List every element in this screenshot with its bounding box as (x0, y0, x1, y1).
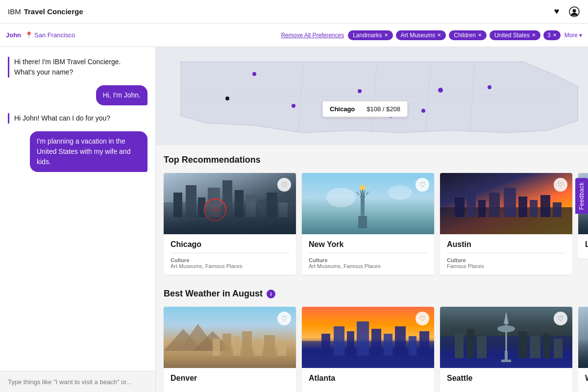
svg-point-37 (388, 185, 412, 200)
svg-rect-15 (235, 190, 244, 217)
denver-svg (164, 307, 296, 368)
chicago-skyline-svg (164, 173, 296, 234)
svg-rect-40 (455, 197, 465, 217)
remove-all-preferences-link[interactable]: Remove All Preferences (281, 32, 344, 39)
chevron-down-icon: ▾ (579, 32, 582, 39)
svg-rect-63 (334, 326, 344, 356)
card-atlanta: ♡ (302, 307, 434, 392)
filter-tag-united-states-label: United States (494, 32, 530, 39)
map-dot-northeast[interactable] (488, 85, 491, 89)
svg-line-31 (360, 190, 361, 194)
card-austin-tags: Famous Places (447, 263, 565, 269)
filter-bar: John 📍 San Francisco Remove All Preferen… (0, 24, 588, 47)
filter-tag-landmarks[interactable]: Landmarks ✕ (348, 30, 392, 40)
svg-rect-81 (518, 331, 527, 358)
filter-tags: Landmarks ✕ Art Museums ✕ Children ✕ Uni… (348, 30, 561, 40)
svg-rect-62 (321, 334, 330, 356)
card-was-body: Was... (578, 368, 588, 392)
filter-location: 📍 San Francisco (25, 31, 75, 39)
chat-bubble-user-1: Hi, I'm John. (96, 85, 147, 105)
card-was-image: ♡ (578, 307, 588, 368)
more-button[interactable]: More ▾ (564, 32, 582, 39)
filter-tag-united-states-close[interactable]: ✕ (532, 32, 536, 38)
chat-message-user-1: Hi, I'm John. (8, 85, 147, 105)
svg-rect-14 (222, 180, 232, 217)
svg-point-1 (573, 9, 576, 12)
map-dot-chicago[interactable] (438, 88, 443, 93)
map-dot-northwest[interactable] (252, 72, 256, 76)
svg-rect-80 (477, 336, 487, 358)
card-chicago-heart[interactable]: ♡ (277, 178, 291, 192)
filter-tag-extra-count-label: 3 (547, 32, 551, 39)
card-chicago-body: Chicago Culture Art Museums, Famous Plac… (164, 234, 296, 275)
user-avatar-icon[interactable] (568, 6, 580, 18)
svg-line-30 (357, 192, 359, 195)
svg-line-33 (364, 190, 365, 194)
filter-tag-art-museums[interactable]: Art Museums ✕ (396, 30, 446, 40)
feedback-tab[interactable]: Feedback (575, 178, 588, 214)
svg-rect-57 (254, 339, 262, 356)
filter-user: John (6, 31, 21, 39)
filter-tag-landmarks-close[interactable]: ✕ (384, 32, 388, 38)
chat-message-bot-2: Hi John! What can I do for you? (8, 113, 147, 123)
filter-tag-landmarks-label: Landmarks (353, 32, 382, 39)
card-newyork: ♡ (302, 173, 434, 275)
svg-rect-65 (357, 321, 369, 356)
card-seattle-body: Seattle (440, 368, 572, 392)
card-partial-washington: ♡ Was... (578, 307, 588, 392)
header: IBM Travel Concierge ♥ (0, 0, 588, 24)
svg-rect-58 (264, 335, 275, 356)
heart-icon[interactable]: ♥ (551, 6, 563, 18)
map-tooltip: Chicago $108 / $208 (322, 101, 408, 117)
svg-rect-18 (267, 193, 277, 217)
map-svg (156, 47, 588, 145)
filter-tag-children-label: Children (454, 32, 476, 39)
svg-rect-69 (409, 336, 416, 356)
card-chicago-image: ♡ (164, 173, 296, 234)
svg-rect-59 (277, 340, 286, 356)
svg-rect-79 (467, 329, 474, 358)
filter-tag-extra-count[interactable]: 3 ✕ (543, 30, 561, 40)
best-weather-cards: ♡ (164, 307, 580, 392)
svg-rect-66 (371, 329, 381, 356)
card-newyork-body: New York Culture Art Museums, Famous Pla… (302, 234, 434, 275)
map-dot-southwest[interactable] (292, 104, 295, 108)
filter-location-label: San Francisco (34, 31, 75, 39)
card-seattle-image: ♡ (440, 307, 572, 368)
svg-rect-42 (478, 200, 486, 217)
map-dot-central-west[interactable] (358, 89, 362, 93)
filter-tag-children-close[interactable]: ✕ (478, 32, 482, 38)
svg-rect-9 (164, 202, 296, 234)
svg-rect-83 (543, 334, 551, 358)
card-seattle-heart[interactable]: ♡ (554, 312, 567, 325)
card-newyork-image: ♡ (302, 173, 434, 234)
filter-tag-extra-close[interactable]: ✕ (553, 32, 557, 38)
map-dot-midwest-south[interactable] (421, 109, 425, 113)
card-newyork-heart[interactable]: ♡ (416, 178, 429, 192)
chat-input-area[interactable] (0, 371, 155, 392)
card-newyork-category: Culture (309, 257, 427, 263)
card-los-body: Los... (578, 234, 588, 259)
svg-point-36 (326, 188, 356, 207)
svg-rect-77 (501, 360, 511, 362)
card-atlanta-heart[interactable]: ♡ (416, 312, 429, 325)
filter-tag-children[interactable]: Children ✕ (449, 30, 487, 40)
svg-rect-53 (213, 339, 220, 356)
chat-input[interactable] (8, 378, 147, 386)
card-denver-body: Denver (164, 368, 296, 392)
card-chicago-category: Culture (171, 257, 289, 263)
card-denver-heart[interactable]: ♡ (277, 312, 291, 325)
filter-tag-united-states[interactable]: United States ✕ (490, 30, 540, 40)
card-was-city: Was... (585, 374, 588, 383)
svg-rect-78 (455, 334, 464, 358)
card-austin-heart[interactable]: ♡ (554, 178, 567, 192)
svg-rect-17 (258, 200, 265, 217)
card-denver-city: Denver (171, 374, 289, 383)
svg-rect-16 (246, 195, 256, 217)
card-atlanta-image: ♡ (302, 307, 434, 368)
svg-rect-70 (419, 331, 429, 356)
filter-tag-art-museums-close[interactable]: ✕ (437, 32, 441, 38)
card-chicago: ♡ (164, 173, 296, 275)
info-icon[interactable]: i (267, 290, 275, 298)
card-newyork-tags: Art Museums, Famous Places (309, 263, 427, 269)
